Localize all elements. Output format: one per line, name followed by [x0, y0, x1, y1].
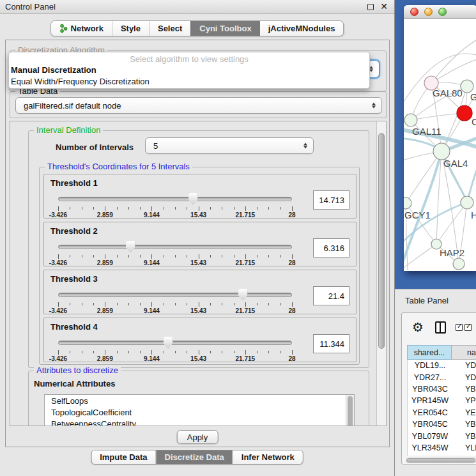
- tick-label: -3.426: [49, 211, 67, 219]
- tick-label: 28: [288, 211, 295, 219]
- slider-ticks: [58, 350, 292, 355]
- tab-jactivemnodules[interactable]: jActiveMNodules: [260, 21, 344, 36]
- slider-track[interactable]: [58, 197, 292, 201]
- number-of-intervals-label: Number of Intervals: [56, 142, 134, 152]
- column-visibility-icons[interactable]: ✓ ✓: [456, 324, 472, 331]
- slider-thumb-icon[interactable]: [238, 289, 248, 301]
- threshold-slider[interactable]: -3.4262.8599.14415.4321.71528: [58, 192, 292, 217]
- network-node[interactable]: [461, 196, 473, 209]
- zoom-traffic-light-icon[interactable]: [438, 8, 447, 16]
- table-data-group: Table Data galFiltered.sif default node: [10, 91, 387, 118]
- network-node[interactable]: [404, 197, 411, 209]
- dropdown-option-equal-width-frequency[interactable]: Equal Width/Frequency Discretization: [9, 76, 369, 88]
- scrollbar-thumb[interactable]: [378, 133, 385, 349]
- threshold-label: Threshold 1: [50, 178, 98, 188]
- tab-infer-network[interactable]: Infer Network: [233, 450, 303, 464]
- network-node[interactable]: [404, 114, 417, 127]
- threshold-box: Threshold 3 -3.4262.8599.14415.4321.7152…: [43, 270, 357, 314]
- slider-track[interactable]: [58, 293, 292, 297]
- network-node[interactable]: [453, 258, 464, 270]
- tab-network-label: Network: [71, 24, 104, 33]
- table-row[interactable]: YDR27...YDR2: [408, 371, 476, 383]
- table-row[interactable]: YBL079WYBL0: [408, 430, 476, 441]
- minimize-traffic-light-icon[interactable]: [424, 8, 433, 16]
- tick-label: -3.426: [49, 307, 67, 314]
- combo-spinner-icon: [303, 143, 307, 149]
- threshold-slider[interactable]: -3.4262.8599.14415.4321.71528: [58, 288, 292, 312]
- tab-style[interactable]: Style: [112, 21, 149, 36]
- tick-label: 2.859: [97, 355, 113, 362]
- table-row[interactable]: YPR145WYPR1: [408, 395, 476, 406]
- network-node[interactable]: [457, 105, 472, 121]
- network-window-titlebar: [404, 5, 476, 19]
- gear-icon[interactable]: ⚙: [412, 321, 424, 334]
- threshold-value-field[interactable]: 14.713: [313, 190, 349, 210]
- table-row[interactable]: YDL19...YDL1: [408, 360, 476, 371]
- tick-label: 9.144: [144, 211, 160, 219]
- tick-label: 21.715: [236, 211, 256, 219]
- table-data-combobox[interactable]: galFiltered.sif default node: [15, 97, 382, 114]
- list-item[interactable]: BetweennessCentrality: [51, 419, 354, 426]
- cyni-toolbox-panel: Discretization Algorithm Select algorith…: [5, 40, 390, 447]
- network-node[interactable]: [461, 80, 473, 93]
- tab-select[interactable]: Select: [149, 21, 190, 36]
- close-traffic-light-icon[interactable]: [410, 8, 418, 16]
- tab-network[interactable]: Network: [51, 21, 112, 36]
- table-row[interactable]: YBR043CYBR0: [408, 383, 476, 395]
- settings-vertical-scrollbar[interactable]: [376, 121, 386, 426]
- network-node-label: GAL80: [433, 88, 463, 98]
- float-window-icon[interactable]: [367, 4, 374, 10]
- tab-discretize-data[interactable]: Discretize Data: [156, 450, 233, 464]
- tab-impute-data[interactable]: Impute Data: [91, 450, 155, 464]
- number-of-intervals-combobox[interactable]: 5: [145, 137, 314, 154]
- slider-tick-labels: -3.4262.8599.14415.4321.71528: [58, 211, 292, 219]
- slider-thumb-icon[interactable]: [188, 193, 198, 205]
- control-panel-titlebar: Control Panel ✕: [0, 0, 394, 14]
- table-horizontal-scrollbar[interactable]: [406, 457, 476, 463]
- close-icon[interactable]: ✕: [380, 1, 388, 12]
- network-node-label: C: [472, 116, 476, 127]
- node-table-container: ⚙ ✓ ✓ shared... name YDL19...YDL1YDR27..…: [401, 312, 476, 464]
- interval-definition-group: Interval Definition Number of Intervals …: [28, 130, 369, 368]
- list-item[interactable]: TopologicalCoefficient: [51, 408, 354, 419]
- tick-label: -3.426: [49, 259, 67, 266]
- threshold-value-field[interactable]: 21.4: [313, 286, 349, 305]
- dropdown-option-manual-discretization[interactable]: Manual Discretization: [9, 65, 369, 76]
- network-canvas[interactable]: GAL80GCGAL11GAL4GCY1HHAP2: [404, 19, 476, 270]
- threshold-box: Threshold 1 -3.4262.8599.14415.4321.7152…: [43, 174, 357, 219]
- tab-cyni-toolbox[interactable]: Cyni Toolbox: [190, 21, 259, 36]
- attributes-group: Attributes to discretize Numerical Attri…: [28, 371, 369, 426]
- column-header-name[interactable]: name: [452, 345, 476, 360]
- table-row[interactable]: YIL053CYIL0: [408, 454, 476, 456]
- network-edge: [406, 151, 441, 203]
- threshold-value-field[interactable]: 11.344: [313, 334, 349, 353]
- numerical-attributes-list: SelfLoopsTopologicalCoefficientBetweenne…: [44, 394, 355, 426]
- combo-spinner-icon: [372, 103, 376, 109]
- slider-track[interactable]: [58, 245, 292, 249]
- network-node-label: GAL11: [412, 126, 441, 137]
- attributes-list-scrollbar[interactable]: [346, 395, 354, 426]
- tick-label: 15.43: [190, 259, 206, 266]
- list-item[interactable]: SelfLoops: [51, 396, 354, 408]
- split-columns-icon[interactable]: [435, 321, 446, 334]
- slider-thumb-icon[interactable]: [126, 241, 135, 253]
- slider-thumb-icon[interactable]: [164, 337, 173, 349]
- tick-label: 28: [288, 355, 295, 362]
- tick-label: 15.43: [190, 211, 206, 219]
- tick-label: 2.859: [97, 307, 113, 314]
- tick-label: 9.144: [144, 355, 160, 362]
- threshold-label: Threshold 2: [50, 226, 98, 236]
- threshold-value-field[interactable]: 6.316: [313, 238, 349, 257]
- column-header-shared-name[interactable]: shared...: [407, 345, 452, 360]
- table-row[interactable]: YBR045CYBR0: [408, 418, 476, 430]
- scrollbar-thumb[interactable]: [406, 458, 475, 463]
- table-row[interactable]: YLR345WYLR3: [408, 442, 476, 454]
- apply-button[interactable]: Apply: [177, 430, 219, 444]
- threshold-slider[interactable]: -3.4262.8599.14415.4321.71528: [58, 240, 292, 265]
- network-canvas-svg: GAL80GCGAL11GAL4GCY1HHAP2: [404, 19, 476, 270]
- table-row[interactable]: YER054CYER0: [408, 407, 476, 418]
- threshold-slider[interactable]: -3.4262.8599.14415.4321.71528: [58, 336, 292, 360]
- slider-tick-labels: -3.4262.8599.14415.4321.71528: [58, 259, 292, 267]
- network-node-label: HAP2: [440, 247, 464, 258]
- slider-track[interactable]: [58, 341, 292, 345]
